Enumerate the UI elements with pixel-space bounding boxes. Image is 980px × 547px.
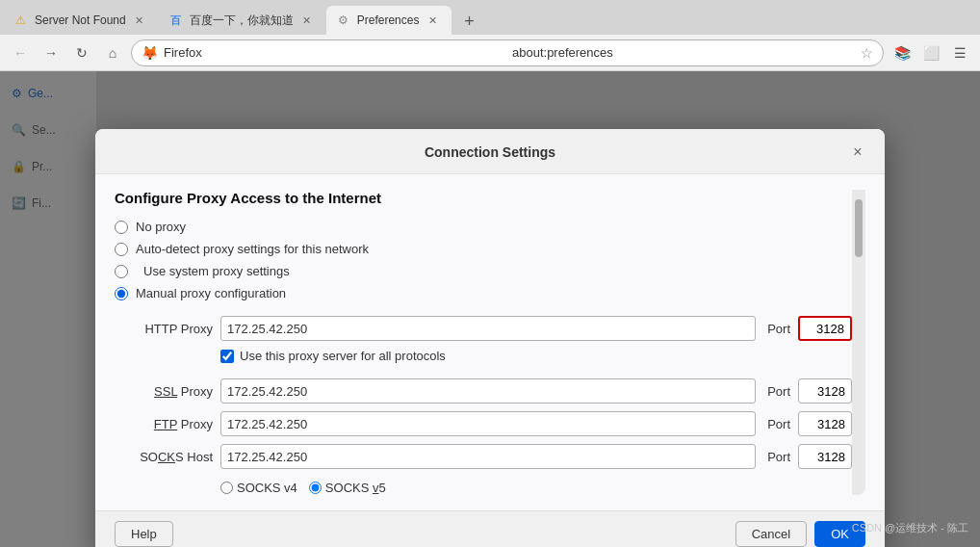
toolbar-right: 📚 ⬜ ☰ <box>890 40 972 65</box>
http-port-label: Port <box>763 322 790 336</box>
tab2-close[interactable]: ✕ <box>299 13 315 28</box>
address-bar[interactable]: 🦊 Firefox about:preferences ☆ <box>131 39 884 66</box>
socks-host-input[interactable] <box>220 444 756 469</box>
socks5-option[interactable]: SOCKS v5 <box>309 481 386 495</box>
socks-port-input[interactable] <box>798 444 852 469</box>
dialog-header: Connection Settings × <box>95 129 885 174</box>
manual-proxy-option[interactable]: Manual proxy configuration <box>115 286 852 300</box>
tab-bar: ⚠ Server Not Found ✕ 百 百度一下，你就知道 ✕ ⚙ Pre… <box>0 0 980 35</box>
dialog-title: Connection Settings <box>134 144 846 160</box>
reload-button[interactable]: ↻ <box>69 40 94 65</box>
ssl-proxy-input[interactable] <box>220 378 756 404</box>
tab-baidu[interactable]: 百 百度一下，你就知道 ✕ <box>159 6 326 35</box>
address-text: about:preferences <box>512 45 855 60</box>
ftp-port-label: Port <box>763 417 790 431</box>
dialog-main: Configure Proxy Access to the Internet N… <box>115 190 852 495</box>
use-for-all-checkbox[interactable] <box>220 350 234 363</box>
proxy-fields: HTTP Proxy Port Use this proxy server fo… <box>136 316 852 495</box>
gear-tab-icon: ⚙ <box>338 13 351 27</box>
no-proxy-radio[interactable] <box>115 221 128 234</box>
section-title: Configure Proxy Access to the Internet <box>115 190 852 206</box>
use-for-all-row: Use this proxy server for all protocols <box>220 349 852 363</box>
socks-port-label: Port <box>763 450 790 464</box>
system-proxy-radio[interactable] <box>115 265 128 278</box>
baidu-icon: 百 <box>170 13 184 27</box>
http-proxy-input[interactable] <box>220 316 756 341</box>
library-icon[interactable]: 📚 <box>890 40 915 65</box>
ssl-port-label: Port <box>763 384 790 399</box>
toolbar: ← → ↻ ⌂ 🦊 Firefox about:preferences ☆ 📚 … <box>0 35 980 71</box>
http-port-input[interactable] <box>798 316 852 341</box>
no-proxy-option[interactable]: No proxy <box>115 220 852 234</box>
ssl-port-input[interactable] <box>798 378 852 404</box>
browser-frame: ⚠ Server Not Found ✕ 百 百度一下，你就知道 ✕ ⚙ Pre… <box>0 0 980 547</box>
tab-preferences[interactable]: ⚙ Preferences ✕ <box>326 6 452 35</box>
forward-button[interactable]: → <box>39 40 64 65</box>
dialog-body: Configure Proxy Access to the Internet N… <box>95 174 885 510</box>
tab1-close[interactable]: ✕ <box>132 13 147 28</box>
proxy-radio-group: No proxy Auto-detect proxy settings for … <box>115 220 852 300</box>
modal-overlay: Connection Settings × Configure Proxy Ac… <box>0 71 980 547</box>
ftp-proxy-row: FTP Proxy Port <box>136 411 852 436</box>
socks-version-row: SOCKS v4 SOCKS v5 <box>220 481 852 495</box>
http-proxy-row: HTTP Proxy Port <box>136 316 852 341</box>
auto-detect-radio[interactable] <box>115 243 128 256</box>
socks-host-row: SOCKS Host Port <box>136 444 852 469</box>
tab3-label: Preferences <box>357 13 420 27</box>
cancel-button[interactable]: Cancel <box>735 521 807 547</box>
footer-left: Help <box>115 521 173 547</box>
use-for-all-label: Use this proxy server for all protocols <box>240 349 446 363</box>
content-area: ⚙ Ge... 🔍 Se... 🔒 Pr... 🔄 Fi... <box>0 71 980 547</box>
back-button[interactable]: ← <box>8 40 33 65</box>
socks-host-label: SOCKS Host <box>136 450 213 464</box>
ssl-proxy-row: SSL Proxy Port <box>136 378 852 404</box>
manual-proxy-radio[interactable] <box>115 287 128 300</box>
socks4-radio[interactable] <box>220 482 233 494</box>
socks4-option[interactable]: SOCKS v4 <box>220 481 297 495</box>
bookmark-icon[interactable]: ☆ <box>861 45 873 61</box>
socks5-radio[interactable] <box>309 482 322 494</box>
menu-icon[interactable]: ☰ <box>947 40 972 65</box>
http-proxy-label: HTTP Proxy <box>136 322 213 336</box>
home-button[interactable]: ⌂ <box>100 40 125 65</box>
tab3-close[interactable]: ✕ <box>425 13 440 28</box>
ftp-proxy-input[interactable] <box>220 411 756 436</box>
sync-icon[interactable]: ⬜ <box>918 40 943 65</box>
watermark: CSDN @运维技术 - 陈工 <box>852 521 968 535</box>
ssl-proxy-label: SSL Proxy <box>136 384 213 399</box>
site-label: Firefox <box>164 45 506 60</box>
firefox-logo: 🦊 <box>142 45 158 61</box>
tab-server-not-found[interactable]: ⚠ Server Not Found ✕ <box>4 6 159 35</box>
ftp-proxy-label: FTP Proxy <box>136 417 213 431</box>
connection-settings-dialog: Connection Settings × Configure Proxy Ac… <box>95 129 885 547</box>
warning-icon: ⚠ <box>15 13 29 27</box>
tab2-label: 百度一下，你就知道 <box>190 13 294 29</box>
dialog-footer: Help Cancel OK <box>95 510 885 547</box>
dialog-close-button[interactable]: × <box>846 141 869 164</box>
scrollbar-thumb[interactable] <box>855 199 863 257</box>
new-tab-button[interactable]: + <box>455 8 482 35</box>
system-proxy-option[interactable]: Use system proxy settings <box>115 264 852 278</box>
socks4-label: SOCKS v4 <box>237 481 297 495</box>
socks5-label: SOCKS v5 <box>325 481 386 495</box>
help-button[interactable]: Help <box>115 521 173 547</box>
scrollbar[interactable] <box>852 190 865 495</box>
footer-right: Cancel OK <box>735 521 865 547</box>
auto-detect-option[interactable]: Auto-detect proxy settings for this netw… <box>115 242 852 256</box>
tab1-label: Server Not Found <box>35 13 126 27</box>
ftp-port-input[interactable] <box>798 411 852 436</box>
